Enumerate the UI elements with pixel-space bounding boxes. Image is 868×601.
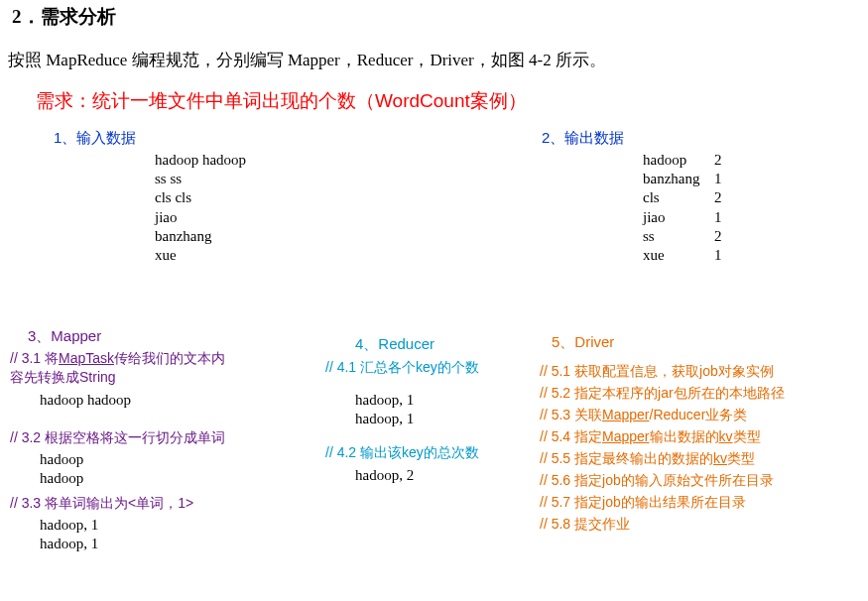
driver-step-51: // 5.1 获取配置信息，获取job对象实例 — [540, 363, 785, 381]
text-underline: kv — [719, 428, 733, 444]
output-row: cls2 — [643, 188, 722, 207]
driver-step-52: // 5.2 指定本程序的jar包所在的本地路径 — [540, 385, 785, 403]
reducer-data-41b: hadoop, 1 — [355, 410, 414, 428]
text: /Reducer业务类 — [650, 407, 748, 422]
output-val: 1 — [714, 170, 722, 188]
output-val: 2 — [714, 188, 722, 207]
output-key: hadoop — [643, 151, 714, 170]
input-label: 1、输入数据 — [54, 129, 136, 148]
output-key: banzhang — [643, 170, 714, 188]
text: 类型 — [727, 450, 755, 466]
output-val: 1 — [714, 208, 722, 227]
output-row: hadoop2 — [643, 151, 722, 170]
driver-step-58: // 5.8 提交作业 — [540, 516, 785, 534]
input-line: jiao — [155, 208, 246, 227]
driver-step-56: // 5.6 指定job的输入原始文件所在目录 — [540, 472, 785, 490]
mapper-data-31: hadoop hadoop — [40, 391, 131, 410]
text-underline: Mapper — [602, 428, 649, 444]
output-val: 2 — [714, 227, 722, 246]
output-key: jiao — [643, 208, 714, 227]
output-val: 2 — [714, 151, 722, 170]
input-line: xue — [155, 246, 246, 265]
driver-step-57: // 5.7 指定job的输出结果所在目录 — [540, 494, 785, 512]
mapper-data-32a: hadoop — [40, 450, 83, 469]
text: // 5.3 关联 — [540, 407, 602, 422]
mapper-step-32: // 3.2 根据空格将这一行切分成单词 — [10, 428, 225, 447]
reducer-label: 4、Reducer — [355, 335, 434, 354]
text: // 5.5 指定最终输出的数据的 — [540, 450, 713, 466]
reducer-step-42: // 4.2 输出该key的总次数 — [325, 444, 479, 462]
output-key: xue — [643, 246, 714, 265]
driver-step-54: // 5.4 指定Mapper输出数据的kv类型 — [540, 428, 785, 446]
output-data-block: hadoop2 banzhang1 cls2 jiao1 ss2 xue1 — [643, 151, 722, 265]
requirement-title: 需求：统计一堆文件中单词出现的个数（WordCount案例） — [0, 86, 868, 124]
reducer-step-41: // 4.1 汇总各个key的个数 — [325, 359, 479, 377]
input-line: banzhang — [155, 227, 246, 246]
output-row: ss2 — [643, 227, 722, 246]
text-underline: Mapper — [602, 407, 649, 422]
mapper-step-33: // 3.3 将单词输出为<单词，1> — [10, 494, 193, 513]
text-underline: kv — [713, 450, 727, 466]
reducer-data-41a: hadoop, 1 — [355, 391, 414, 410]
mapper-label: 3、Mapper — [28, 327, 101, 346]
text: 输出数据的 — [650, 428, 719, 444]
reducer-data-42: hadoop, 2 — [355, 466, 414, 485]
text: // 3.1 将 — [10, 350, 59, 366]
mapper-step-31: // 3.1 将MapTask传给我们的文本内容先转换成String — [10, 349, 238, 387]
input-line: cls cls — [155, 188, 246, 207]
input-line: hadoop hadoop — [155, 151, 246, 170]
input-line: ss ss — [155, 170, 246, 188]
driver-steps: // 5.1 获取配置信息，获取job对象实例 // 5.2 指定本程序的jar… — [540, 359, 785, 538]
output-key: cls — [643, 188, 714, 207]
output-label: 2、输出数据 — [542, 129, 624, 148]
driver-label: 5、Driver — [552, 333, 614, 352]
output-val: 1 — [714, 246, 722, 265]
output-key: ss — [643, 227, 714, 246]
mapper-data-33a: hadoop, 1 — [40, 516, 98, 535]
intro-text: 按照 MapReduce 编程规范，分别编写 Mapper，Reducer，Dr… — [0, 34, 868, 86]
output-row: banzhang1 — [643, 170, 722, 188]
text: 类型 — [733, 428, 761, 444]
text-underline: MapTask — [59, 350, 114, 366]
output-row: jiao1 — [643, 208, 722, 227]
text: // 5.4 指定 — [540, 428, 602, 444]
mapper-data-33b: hadoop, 1 — [40, 535, 98, 553]
section-heading: 2．需求分析 — [0, 0, 868, 34]
output-row: xue1 — [643, 246, 722, 265]
driver-step-55: // 5.5 指定最终输出的数据的kv类型 — [540, 450, 785, 468]
input-data-block: hadoop hadoop ss ss cls cls jiao banzhan… — [155, 151, 246, 265]
mapper-data-32b: hadoop — [40, 469, 83, 488]
driver-step-53: // 5.3 关联Mapper/Reducer业务类 — [540, 407, 785, 424]
